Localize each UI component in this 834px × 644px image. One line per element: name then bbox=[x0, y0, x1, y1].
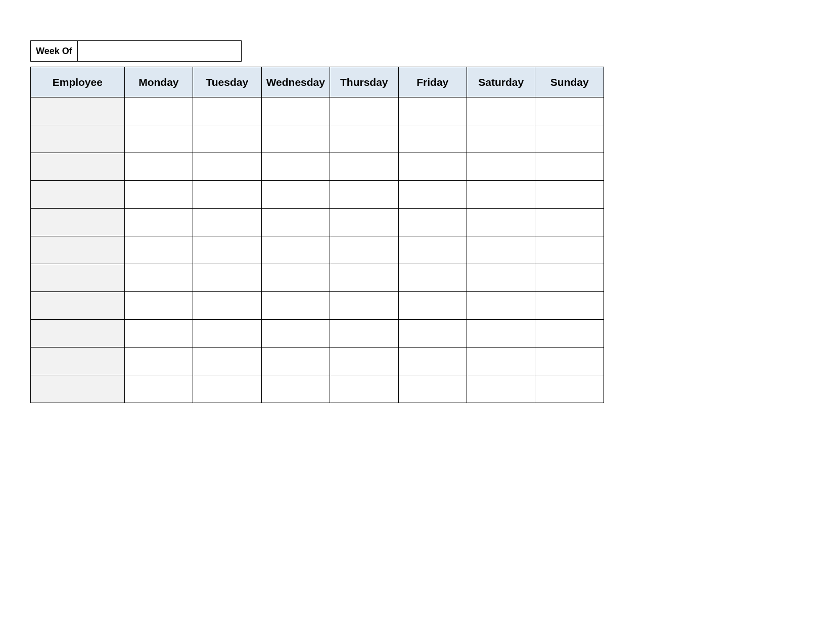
day-cell[interactable] bbox=[124, 375, 193, 403]
day-cell[interactable] bbox=[330, 348, 398, 375]
day-cell[interactable] bbox=[535, 125, 604, 153]
day-cell[interactable] bbox=[330, 236, 398, 264]
table-row bbox=[31, 209, 604, 236]
day-cell[interactable] bbox=[398, 320, 467, 348]
day-cell[interactable] bbox=[398, 97, 467, 125]
day-cell[interactable] bbox=[467, 153, 535, 181]
day-cell[interactable] bbox=[193, 125, 261, 153]
day-cell[interactable] bbox=[124, 348, 193, 375]
table-row bbox=[31, 125, 604, 153]
day-cell[interactable] bbox=[193, 292, 261, 320]
day-cell[interactable] bbox=[398, 153, 467, 181]
day-cell[interactable] bbox=[261, 181, 330, 209]
day-cell[interactable] bbox=[398, 125, 467, 153]
employee-cell[interactable] bbox=[31, 264, 125, 292]
day-cell[interactable] bbox=[193, 153, 261, 181]
day-cell[interactable] bbox=[398, 181, 467, 209]
day-cell[interactable] bbox=[124, 264, 193, 292]
day-cell[interactable] bbox=[535, 320, 604, 348]
day-cell[interactable] bbox=[398, 375, 467, 403]
day-cell[interactable] bbox=[330, 292, 398, 320]
employee-cell[interactable] bbox=[31, 181, 125, 209]
day-cell[interactable] bbox=[193, 236, 261, 264]
header-saturday: Saturday bbox=[467, 67, 535, 97]
day-cell[interactable] bbox=[535, 97, 604, 125]
header-friday: Friday bbox=[398, 67, 467, 97]
day-cell[interactable] bbox=[398, 209, 467, 236]
day-cell[interactable] bbox=[124, 320, 193, 348]
day-cell[interactable] bbox=[261, 320, 330, 348]
employee-cell[interactable] bbox=[31, 375, 125, 403]
day-cell[interactable] bbox=[330, 153, 398, 181]
day-cell[interactable] bbox=[124, 292, 193, 320]
day-cell[interactable] bbox=[330, 320, 398, 348]
day-cell[interactable] bbox=[467, 320, 535, 348]
day-cell[interactable] bbox=[398, 236, 467, 264]
day-cell[interactable] bbox=[467, 348, 535, 375]
header-wednesday: Wednesday bbox=[261, 67, 330, 97]
table-row bbox=[31, 181, 604, 209]
employee-cell[interactable] bbox=[31, 292, 125, 320]
day-cell[interactable] bbox=[467, 264, 535, 292]
day-cell[interactable] bbox=[193, 181, 261, 209]
day-cell[interactable] bbox=[535, 181, 604, 209]
day-cell[interactable] bbox=[398, 348, 467, 375]
day-cell[interactable] bbox=[535, 292, 604, 320]
employee-cell[interactable] bbox=[31, 125, 125, 153]
day-cell[interactable] bbox=[330, 209, 398, 236]
employee-cell[interactable] bbox=[31, 153, 125, 181]
day-cell[interactable] bbox=[193, 320, 261, 348]
day-cell[interactable] bbox=[467, 125, 535, 153]
day-cell[interactable] bbox=[535, 153, 604, 181]
day-cell[interactable] bbox=[261, 264, 330, 292]
day-cell[interactable] bbox=[124, 153, 193, 181]
table-row bbox=[31, 264, 604, 292]
day-cell[interactable] bbox=[261, 236, 330, 264]
day-cell[interactable] bbox=[193, 209, 261, 236]
employee-cell[interactable] bbox=[31, 97, 125, 125]
day-cell[interactable] bbox=[398, 264, 467, 292]
day-cell[interactable] bbox=[467, 375, 535, 403]
day-cell[interactable] bbox=[330, 125, 398, 153]
day-cell[interactable] bbox=[330, 181, 398, 209]
table-row bbox=[31, 236, 604, 264]
day-cell[interactable] bbox=[535, 209, 604, 236]
day-cell[interactable] bbox=[261, 125, 330, 153]
day-cell[interactable] bbox=[330, 97, 398, 125]
day-cell[interactable] bbox=[467, 209, 535, 236]
page: Week Of Employee Monday Tuesday Wednesda… bbox=[0, 0, 834, 644]
schedule-table-head: Employee Monday Tuesday Wednesday Thursd… bbox=[31, 67, 604, 97]
header-employee: Employee bbox=[31, 67, 125, 97]
day-cell[interactable] bbox=[261, 375, 330, 403]
day-cell[interactable] bbox=[124, 181, 193, 209]
day-cell[interactable] bbox=[193, 375, 261, 403]
day-cell[interactable] bbox=[535, 264, 604, 292]
day-cell[interactable] bbox=[261, 97, 330, 125]
day-cell[interactable] bbox=[330, 375, 398, 403]
day-cell[interactable] bbox=[535, 236, 604, 264]
day-cell[interactable] bbox=[467, 292, 535, 320]
day-cell[interactable] bbox=[535, 348, 604, 375]
day-cell[interactable] bbox=[193, 264, 261, 292]
day-cell[interactable] bbox=[261, 153, 330, 181]
day-cell[interactable] bbox=[193, 97, 261, 125]
day-cell[interactable] bbox=[467, 181, 535, 209]
day-cell[interactable] bbox=[330, 264, 398, 292]
employee-cell[interactable] bbox=[31, 320, 125, 348]
day-cell[interactable] bbox=[467, 236, 535, 264]
day-cell[interactable] bbox=[261, 209, 330, 236]
week-of-value[interactable] bbox=[78, 41, 241, 61]
day-cell[interactable] bbox=[261, 292, 330, 320]
day-cell[interactable] bbox=[398, 292, 467, 320]
day-cell[interactable] bbox=[467, 97, 535, 125]
day-cell[interactable] bbox=[124, 97, 193, 125]
day-cell[interactable] bbox=[535, 375, 604, 403]
day-cell[interactable] bbox=[261, 348, 330, 375]
employee-cell[interactable] bbox=[31, 209, 125, 236]
day-cell[interactable] bbox=[124, 209, 193, 236]
day-cell[interactable] bbox=[124, 236, 193, 264]
employee-cell[interactable] bbox=[31, 236, 125, 264]
day-cell[interactable] bbox=[193, 348, 261, 375]
day-cell[interactable] bbox=[124, 125, 193, 153]
employee-cell[interactable] bbox=[31, 348, 125, 375]
